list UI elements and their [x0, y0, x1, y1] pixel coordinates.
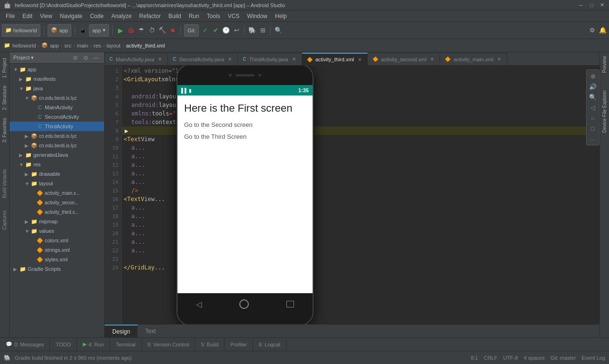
tree-item-package[interactable]: ▼ 📦 cn.edu.besti.is.lyz: [10, 93, 104, 103]
git-status[interactable]: Git: master: [550, 355, 576, 361]
project-tab[interactable]: 1: Project: [1, 54, 8, 82]
stop-button[interactable]: ■: [168, 26, 177, 35]
indent[interactable]: 4 spaces: [524, 355, 545, 361]
tab-close-icon[interactable]: ✕: [157, 57, 163, 62]
tree-item-activity-main-xml[interactable]: 🔶 activity_main.x...: [10, 188, 104, 198]
run-config-dropdown[interactable]: app ▾: [89, 24, 109, 37]
debug-button[interactable]: 🐞: [127, 26, 135, 35]
tree-item-thirdactivity[interactable]: C ThirdActivity: [10, 122, 104, 131]
path-helloworld[interactable]: helloworld: [12, 43, 36, 48]
tab-close-icon[interactable]: ✕: [496, 57, 502, 62]
tree-item-values[interactable]: ▼ 📁 values: [10, 226, 104, 236]
build-tab[interactable]: 5: Build: [195, 338, 225, 351]
path-src[interactable]: src: [64, 43, 71, 48]
close-button[interactable]: ✕: [599, 2, 605, 9]
notifications-icon[interactable]: 🔔: [599, 26, 607, 35]
tree-item-colors-xml[interactable]: 🔶 colors.xml: [10, 236, 104, 245]
tab-close-icon[interactable]: ✕: [357, 57, 363, 62]
menu-build[interactable]: Build: [165, 12, 185, 20]
menu-file[interactable]: File: [2, 12, 19, 20]
tree-item-java[interactable]: ▼ 📁 java: [10, 84, 104, 93]
code-editor[interactable]: 1 2 3 4 5 6 7 8 9 10 11 12 13 14 15 16 1…: [105, 66, 599, 324]
menu-view[interactable]: View: [36, 12, 56, 20]
menu-analyze[interactable]: Analyze: [108, 12, 136, 20]
menu-tools[interactable]: Tools: [203, 12, 224, 20]
tree-item-res[interactable]: ▼ 📁 res: [10, 160, 104, 169]
tree-item-package2[interactable]: ▶ 📦 cn.edu.besti.is.lyz: [10, 131, 104, 141]
menu-refactor[interactable]: Refactor: [136, 12, 165, 20]
history-icon[interactable]: 🕐: [222, 26, 230, 35]
device-icon[interactable]: 📱: [79, 26, 87, 35]
tab-close-icon[interactable]: ✕: [429, 57, 435, 62]
cursor-position[interactable]: 8:1: [471, 355, 478, 361]
event-log[interactable]: Event Log: [581, 355, 605, 361]
menu-code[interactable]: Code: [86, 12, 108, 20]
tab-close-icon[interactable]: ✕: [227, 57, 233, 62]
tree-item-mipmap[interactable]: ▶ 📁 mipmap: [10, 217, 104, 226]
tree-item-mainactivity[interactable]: C MainActivity: [10, 103, 104, 112]
tab-secondactivity[interactable]: C SecondActivity.java ✕: [168, 53, 238, 65]
favorites-tab[interactable]: 3: Favorites: [1, 114, 8, 146]
tree-item-strings-xml[interactable]: 🔶 strings.xml: [10, 245, 104, 255]
undo-icon[interactable]: ↩: [232, 26, 241, 35]
messages-tab[interactable]: 💬 0: Messages: [0, 338, 50, 351]
todo-tab[interactable]: TODO: [50, 338, 77, 351]
structure-tab[interactable]: 2: Structure: [1, 82, 8, 114]
path-res[interactable]: res: [94, 43, 101, 48]
tree-item-activity-second-xml[interactable]: 🔶 activity_secon...: [10, 198, 104, 207]
tree-item-app[interactable]: ▼ 📁 app: [10, 65, 104, 74]
path-app[interactable]: app: [50, 43, 59, 48]
preview-panel-tab[interactable]: Preview: [601, 52, 608, 77]
profiler-tab[interactable]: Profiler: [225, 338, 253, 351]
captures-tab[interactable]: Captures: [1, 207, 8, 234]
tab-mainactivity[interactable]: C MainActivity.java ✕: [105, 53, 168, 65]
code-text-area[interactable]: <?xml version="1.0" encoding="utf-8"?> ●…: [122, 66, 599, 324]
tab-close-icon[interactable]: ✕: [291, 57, 297, 62]
more-options-icon[interactable]: …: [588, 134, 598, 144]
version-control-tab[interactable]: 9: Version Control: [142, 338, 195, 351]
tree-item-manifests[interactable]: ▶ 📁 manifests: [10, 74, 104, 84]
panel-collapse-icon[interactable]: —: [92, 54, 100, 62]
device-file-explorer-tab[interactable]: Device File Explorer: [601, 86, 608, 136]
tree-item-styles-xml[interactable]: 🔶 styles.xml: [10, 255, 104, 264]
search-icon[interactable]: 🔍: [274, 26, 283, 35]
rotate-button[interactable]: ◁: [588, 103, 598, 112]
text-tab[interactable]: Text: [138, 325, 163, 338]
menu-edit[interactable]: Edit: [19, 12, 36, 20]
path-layout[interactable]: layout: [107, 43, 120, 48]
square-nav-icon[interactable]: □: [588, 124, 598, 133]
tree-item-gradle-scripts[interactable]: ▶ 📁 Gradle Scripts: [10, 264, 104, 274]
tree-item-generatedjava[interactable]: ▶ 📁 generatedJava: [10, 150, 104, 160]
zoom-fit-button[interactable]: ⊕: [588, 71, 598, 81]
tree-item-drawable[interactable]: ▶ 📁 drawable: [10, 169, 104, 179]
tab-activity-main-xml[interactable]: 🔶 activity_main.xml ✕: [440, 53, 507, 65]
home-nav-icon[interactable]: ○: [588, 113, 598, 123]
logcat-tab[interactable]: 6: Logcat: [253, 338, 286, 351]
build-button[interactable]: 🔨: [158, 26, 167, 35]
profile-button[interactable]: ⏱: [147, 26, 156, 35]
layout-icon[interactable]: ⊞: [258, 26, 267, 35]
panel-sync-icon[interactable]: ⚙: [71, 54, 79, 62]
line-ending[interactable]: CRLF: [484, 355, 498, 361]
git-tick-icon[interactable]: ✔: [211, 26, 220, 35]
coverage-button[interactable]: ☂: [137, 26, 146, 35]
git-check-icon[interactable]: ✓: [201, 26, 209, 35]
terminal-tab[interactable]: Terminal: [110, 338, 142, 351]
tree-item-package3[interactable]: ▶ 📦 cn.edu.besti.is.lyz: [10, 141, 104, 150]
design-tab[interactable]: Design: [105, 325, 138, 338]
run-button[interactable]: ▶: [116, 26, 125, 35]
zoom-out-button[interactable]: 🔍: [588, 92, 598, 102]
run-tab[interactable]: ▶ 4: Run: [77, 338, 110, 351]
tree-item-secondactivity[interactable]: C SecondActivity: [10, 112, 104, 122]
settings-icon[interactable]: ⚙: [588, 26, 597, 35]
menu-window[interactable]: Window: [243, 12, 271, 20]
zoom-in-button[interactable]: 🔊: [588, 82, 598, 91]
path-main[interactable]: main: [77, 43, 88, 48]
tab-thirdactivity[interactable]: C ThirdActivity.java ✕: [238, 53, 302, 65]
tree-item-activity-third-xml[interactable]: 🔶 activity_third.x...: [10, 207, 104, 217]
git-button[interactable]: Git:: [184, 24, 199, 37]
maximize-button[interactable]: □: [588, 2, 595, 9]
minimize-button[interactable]: ─: [578, 2, 584, 9]
menu-navigate[interactable]: Navigate: [56, 12, 86, 20]
project-button[interactable]: 📁 helloworld: [2, 24, 40, 37]
